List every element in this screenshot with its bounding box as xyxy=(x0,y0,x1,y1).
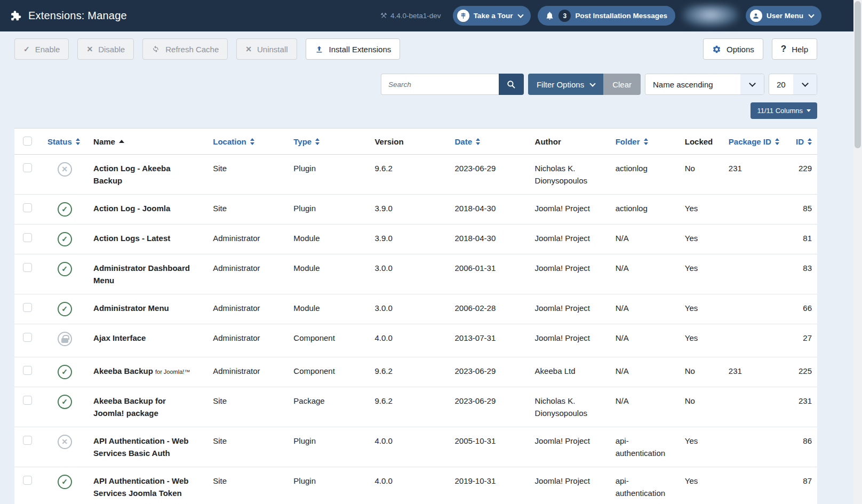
table-row: API Authentication - Web Services Joomla… xyxy=(14,467,817,504)
post-installation-messages-button[interactable]: 3 Post Installation Messages xyxy=(538,6,675,26)
install-extensions-button[interactable]: Install Extensions xyxy=(306,38,401,60)
row-checkbox[interactable] xyxy=(23,203,32,212)
refresh-cache-button[interactable]: Refresh Cache xyxy=(142,38,228,60)
row-checkbox[interactable] xyxy=(23,476,32,485)
uninstall-button[interactable]: ✕ Uninstall xyxy=(236,38,297,60)
column-sort-location[interactable]: Location xyxy=(213,137,254,146)
row-checkbox[interactable] xyxy=(23,396,32,405)
cell-location: Site xyxy=(209,387,289,427)
column-author: Author xyxy=(535,137,561,146)
cell-locked: No xyxy=(681,155,724,195)
cell-version: 9.6.2 xyxy=(370,357,450,387)
messages-count-badge: 3 xyxy=(558,10,571,22)
status-icon[interactable] xyxy=(58,332,72,346)
top-bar: Extensions: Manage 4.4.0-beta1-dev Take … xyxy=(0,0,862,31)
filter-options-button[interactable]: Filter Options xyxy=(528,74,603,95)
table-row: Ajax Interface Administrator Component 4… xyxy=(14,324,817,357)
status-icon[interactable] xyxy=(58,202,72,217)
caret-down-icon xyxy=(807,109,811,114)
extension-name: Action Logs - Latest xyxy=(93,234,170,243)
signpost-icon xyxy=(457,10,469,22)
row-checkbox[interactable] xyxy=(23,163,32,172)
column-sort-name[interactable]: Name xyxy=(93,137,124,146)
chevron-down-icon xyxy=(589,81,595,86)
cell-type: Plugin xyxy=(289,427,370,467)
cell-version: 4.0.0 xyxy=(370,324,450,357)
cell-package-id: 231 xyxy=(724,155,789,195)
row-checkbox[interactable] xyxy=(23,333,32,342)
row-checkbox[interactable] xyxy=(23,233,32,242)
column-sort-package-id[interactable]: Package ID xyxy=(729,137,779,146)
column-sort-type[interactable]: Type xyxy=(293,137,320,146)
table-row: Action Log - Joomla Site Plugin 3.9.0 20… xyxy=(14,195,817,225)
brand: Extensions: Manage xyxy=(9,9,127,22)
column-sort-folder[interactable]: Folder xyxy=(616,137,648,146)
cell-location: Administrator xyxy=(209,324,289,357)
cell-date: 2023-06-29 xyxy=(451,387,531,427)
cell-type: Component xyxy=(289,324,370,357)
cell-author: Joomla! Project xyxy=(531,467,611,504)
status-icon[interactable] xyxy=(58,395,72,409)
cell-date: 2023-06-29 xyxy=(451,357,531,387)
row-checkbox[interactable] xyxy=(23,263,32,272)
joomla-version: 4.4.0-beta1-dev xyxy=(380,12,441,20)
take-a-tour-button[interactable]: Take a Tour xyxy=(453,6,531,26)
cell-author: Joomla! Project xyxy=(531,195,611,225)
user-menu-button[interactable]: User Menu xyxy=(746,6,821,26)
extension-name: Akeeba Backup xyxy=(93,366,153,375)
cell-id: 86 xyxy=(789,427,817,467)
column-sort-id[interactable]: ID xyxy=(796,137,812,146)
status-icon[interactable] xyxy=(58,475,72,489)
extensions-table: Status Name Location Type Version Date A… xyxy=(14,128,817,504)
row-checkbox[interactable] xyxy=(23,436,32,445)
cell-package-id xyxy=(724,467,789,504)
status-icon[interactable] xyxy=(58,162,72,177)
column-sort-date[interactable]: Date xyxy=(455,137,481,146)
sort-icon xyxy=(775,138,779,145)
cell-folder: N/A xyxy=(611,387,681,427)
clear-button[interactable]: Clear xyxy=(603,74,641,95)
site-name-blurred[interactable] xyxy=(682,5,739,27)
cell-date: 2019-10-31 xyxy=(451,467,531,504)
cell-location: Site xyxy=(209,427,289,467)
sort-icon xyxy=(315,138,320,145)
cell-id: 85 xyxy=(789,195,817,225)
row-checkbox[interactable] xyxy=(23,366,32,375)
sort-icon xyxy=(250,138,254,145)
help-button[interactable]: ? Help xyxy=(772,38,817,60)
cell-location: Administrator xyxy=(209,357,289,387)
chevron-down-icon xyxy=(793,74,817,94)
chevron-down-icon xyxy=(518,12,524,18)
status-icon[interactable] xyxy=(58,262,72,276)
scrollbar-thumb[interactable] xyxy=(855,1,861,148)
cell-version: 9.6.2 xyxy=(370,155,450,195)
cell-package-id: 231 xyxy=(724,357,789,387)
disable-button[interactable]: ✕ Disable xyxy=(77,38,134,60)
status-icon[interactable] xyxy=(58,232,72,246)
column-sort-status[interactable]: Status xyxy=(47,137,80,146)
select-all-checkbox[interactable] xyxy=(23,137,32,146)
cell-version: 4.0.0 xyxy=(370,467,450,504)
search-icon xyxy=(506,79,516,89)
enable-button[interactable]: ✓ Enable xyxy=(14,38,69,60)
cell-id: 66 xyxy=(789,294,817,324)
row-checkbox[interactable] xyxy=(23,303,32,312)
cell-folder: actionlog xyxy=(611,155,681,195)
search-input[interactable] xyxy=(381,74,499,95)
search-button[interactable] xyxy=(499,74,524,95)
status-icon[interactable] xyxy=(58,302,72,316)
bell-icon xyxy=(545,11,554,20)
status-icon[interactable] xyxy=(58,435,72,449)
sort-order-select[interactable]: Name ascending xyxy=(645,74,764,95)
options-button[interactable]: Options xyxy=(703,38,763,60)
status-icon[interactable] xyxy=(58,365,72,379)
extension-name: Action Log - Joomla xyxy=(93,204,170,213)
cell-author: Joomla! Project xyxy=(531,294,611,324)
cell-author: Joomla! Project xyxy=(531,427,611,467)
columns-toggle-button[interactable]: 11/11 Columns xyxy=(751,102,817,119)
x-icon: ✕ xyxy=(245,45,252,53)
page-scrollbar[interactable] xyxy=(853,0,862,504)
filter-bar: Filter Options Clear Name ascending 20 xyxy=(14,74,817,95)
extension-name: Action Log - Akeeba Backup xyxy=(93,164,170,185)
list-limit-select[interactable]: 20 xyxy=(769,74,817,95)
